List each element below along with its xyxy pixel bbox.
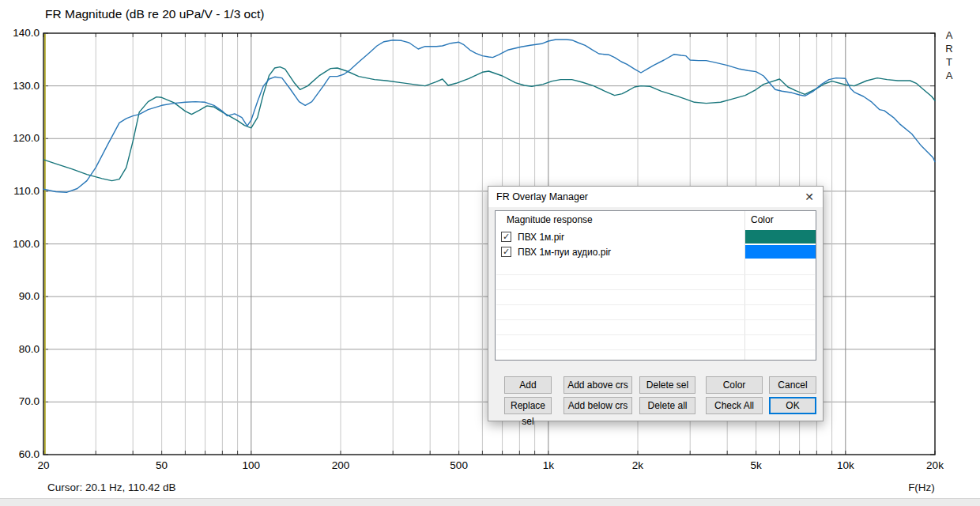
y-tick-label: 130.0 (2, 80, 40, 93)
dialog-title: FR Overlay Manager (496, 191, 588, 202)
cursor-readout: Cursor: 20.1 Hz, 110.42 dB (47, 481, 176, 493)
y-tick-label: 100.0 (2, 238, 40, 251)
x-tick-label: 50 (138, 459, 186, 472)
overlay-checkbox[interactable]: ✓ (501, 247, 511, 257)
add-button[interactable]: Add (504, 376, 552, 394)
x-tick-label: 5k (733, 459, 780, 472)
curve-1 (43, 40, 935, 192)
overlay-checkbox[interactable]: ✓ (501, 232, 511, 242)
overlay-label: ПВХ 1м.pir (518, 232, 564, 243)
replace-sel-button[interactable]: Replace sel (504, 397, 552, 414)
x-tick-label: 500 (435, 459, 483, 472)
arta-logo: ARTA (940, 28, 958, 82)
empty-row-separator (496, 274, 815, 275)
y-tick-label: 120.0 (2, 132, 40, 145)
x-axis-title: F(Hz) (898, 481, 945, 493)
overlay-list-item[interactable]: ✓ПВХ 1м.pir (496, 230, 816, 245)
overlay-label: ПВХ 1м-пуи аудио.pir (518, 247, 611, 258)
color-button[interactable]: Color (706, 376, 763, 394)
column-header-magnitude: Magnitude response (507, 214, 593, 225)
column-header-color: Color (751, 214, 774, 225)
arta-window: FR Magnitude (dB re 20 uPa/V - 1/3 oct) … (0, 0, 980, 506)
curve-0 (43, 67, 935, 181)
ok-button[interactable]: OK (769, 397, 816, 414)
arta-letter: A (940, 69, 958, 82)
dialog-titlebar[interactable]: FR Overlay Manager ✕ (488, 187, 823, 207)
y-tick-label: 90.0 (2, 290, 40, 303)
delete-all-button[interactable]: Delete all (639, 397, 695, 414)
add-below-crs-button[interactable]: Add below crs (564, 397, 632, 414)
overlay-list[interactable]: Magnitude response Color ✓ПВХ 1м.pir✓ПВХ… (495, 210, 816, 361)
x-tick-label: 20 (20, 459, 67, 472)
y-tick-label: 110.0 (2, 185, 40, 198)
arta-letter: R (940, 42, 958, 55)
bottom-status-strip (0, 498, 980, 506)
x-tick-label: 1k (525, 459, 572, 472)
overlay-list-item[interactable]: ✓ПВХ 1м-пуи аудио.pir (496, 245, 816, 260)
y-tick-label: 70.0 (2, 395, 40, 408)
fr-overlay-manager-dialog: FR Overlay Manager ✕ Magnitude response … (488, 186, 824, 421)
arta-letter: T (940, 55, 958, 69)
arta-letter: A (940, 28, 958, 42)
y-tick-label: 140.0 (2, 27, 40, 40)
empty-row-separator (496, 349, 815, 350)
chart-title: FR Magnitude (dB re 20 uPa/V - 1/3 oct) (45, 8, 264, 21)
check-all-button[interactable]: Check All (706, 397, 763, 414)
x-tick-label: 2k (614, 459, 662, 472)
y-tick-label: 80.0 (2, 343, 40, 356)
x-tick-label: 100 (228, 459, 275, 472)
overlay-color-swatch[interactable] (745, 230, 816, 244)
empty-row-separator (496, 304, 815, 305)
empty-row-separator (496, 319, 815, 320)
empty-row-separator (496, 289, 815, 290)
x-tick-label: 20k (911, 459, 959, 472)
delete-sel-button[interactable]: Delete sel (639, 376, 695, 394)
cancel-button[interactable]: Cancel (769, 376, 816, 394)
close-icon[interactable]: ✕ (801, 189, 818, 205)
x-tick-label: 200 (317, 459, 364, 472)
x-tick-label: 10k (822, 459, 869, 472)
add-above-crs-button[interactable]: Add above crs (564, 376, 632, 394)
overlay-color-swatch[interactable] (745, 245, 816, 259)
empty-row-separator (496, 334, 815, 335)
